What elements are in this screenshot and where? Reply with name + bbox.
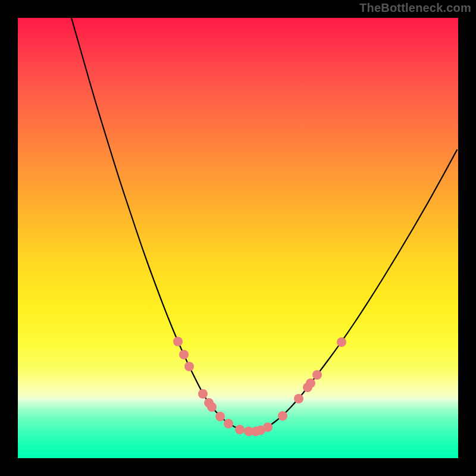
curve-svg xyxy=(18,18,458,458)
marker-dot xyxy=(337,337,346,347)
marker-dot xyxy=(224,419,233,428)
marker-dot xyxy=(278,411,287,421)
marker-dot xyxy=(235,425,245,434)
bottleneck-curve xyxy=(71,18,457,431)
marker-dot xyxy=(179,350,189,359)
marker-dot xyxy=(198,389,208,399)
plot-area xyxy=(18,18,458,458)
marker-dot xyxy=(215,412,225,421)
marker-dot xyxy=(263,422,273,432)
marker-dot xyxy=(173,337,183,346)
marker-dot xyxy=(207,402,217,412)
marker-dot xyxy=(306,378,315,388)
marker-dot xyxy=(312,370,322,380)
marker-dot xyxy=(184,362,194,371)
marker-dot xyxy=(294,394,303,403)
watermark-text: TheBottleneck.com xyxy=(359,1,471,15)
chart-frame: TheBottleneck.com xyxy=(0,0,476,476)
